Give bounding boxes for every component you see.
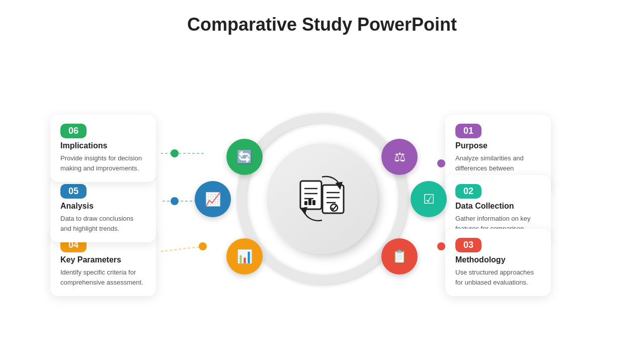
card-05: 05 Analysis Data to draw conclusions and… — [50, 175, 156, 242]
card-05-desc: Data to draw conclusions and highlight t… — [60, 214, 146, 233]
page-title: Comparative Study PowerPoint — [0, 0, 644, 40]
badge-05: 05 — [60, 184, 87, 199]
diagram-area: ⚖ 01 Purpose Analyze similarities and di… — [0, 40, 644, 357]
node-01: ⚖ — [381, 139, 418, 175]
node-03: 📋 — [381, 238, 418, 275]
card-03-desc: Use structured approaches for unbiased e… — [455, 267, 541, 287]
connector-dot-05 — [171, 197, 179, 205]
node-04-icon: 📊 — [236, 249, 253, 264]
center-icon — [294, 171, 350, 226]
svg-rect-11 — [308, 199, 311, 205]
connector-dot-04 — [199, 242, 207, 250]
card-03-title: Methodology — [455, 255, 541, 264]
card-03: 03 Methodology Use structured approaches… — [445, 229, 551, 296]
card-04-title: Key Parameters — [60, 255, 146, 264]
node-05: 📈 — [195, 181, 231, 217]
node-05-icon: 📈 — [205, 192, 221, 207]
connector-dot-03 — [437, 242, 445, 250]
center-circle — [267, 143, 377, 254]
node-02: ☑ — [411, 181, 447, 217]
node-04: 📊 — [226, 238, 263, 275]
card-01-title: Purpose — [455, 141, 541, 150]
card-04-desc: Identify specific criteria for comprehen… — [60, 267, 146, 287]
node-06: 🔄 — [226, 139, 263, 175]
node-01-icon: ⚖ — [394, 149, 406, 165]
svg-line-3 — [161, 246, 204, 251]
connector-dot-06 — [171, 149, 179, 157]
node-02-icon: ☑ — [423, 192, 435, 207]
badge-03: 03 — [455, 238, 481, 252]
node-03-icon: 📋 — [391, 249, 408, 264]
card-05-title: Analysis — [60, 202, 146, 211]
card-06: 06 Implications Provide insights for dec… — [50, 115, 156, 182]
badge-01: 01 — [455, 124, 481, 138]
svg-rect-10 — [304, 201, 307, 205]
connector-dot-01 — [437, 159, 445, 167]
node-06-icon: 🔄 — [236, 149, 253, 165]
card-06-desc: Provide insights for decision making and… — [60, 153, 146, 173]
card-06-title: Implications — [60, 141, 146, 150]
badge-02: 02 — [455, 184, 481, 199]
svg-rect-12 — [312, 200, 315, 205]
card-02-title: Data Collection — [455, 202, 541, 211]
badge-06: 06 — [60, 124, 87, 138]
